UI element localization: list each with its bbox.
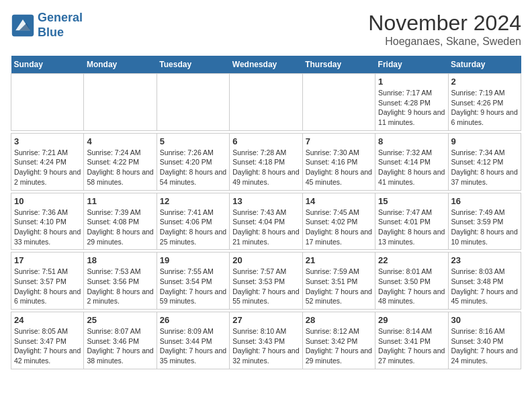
day-cell: 19Sunrise: 7:55 AM Sunset: 3:54 PM Dayli… xyxy=(157,253,229,310)
day-info: Sunrise: 7:24 AM Sunset: 4:22 PM Dayligh… xyxy=(87,148,153,187)
day-cell xyxy=(11,74,84,131)
day-number: 12 xyxy=(160,196,226,206)
page-title: November 2024 xyxy=(368,11,521,36)
day-info: Sunrise: 8:12 AM Sunset: 3:42 PM Dayligh… xyxy=(306,326,372,366)
day-info: Sunrise: 7:47 AM Sunset: 4:01 PM Dayligh… xyxy=(378,208,445,247)
week-row-1: 1Sunrise: 7:17 AM Sunset: 4:28 PM Daylig… xyxy=(11,74,521,131)
day-number: 3 xyxy=(14,136,81,146)
logo: General Blue xyxy=(11,11,83,40)
day-number: 23 xyxy=(451,255,518,265)
page-header: General Blue November 2024 Hoeganaes, Sk… xyxy=(11,11,521,48)
day-info: Sunrise: 7:36 AM Sunset: 4:10 PM Dayligh… xyxy=(14,208,81,247)
day-cell: 15Sunrise: 7:47 AM Sunset: 4:01 PM Dayli… xyxy=(375,193,448,250)
day-number: 19 xyxy=(160,255,226,265)
day-cell xyxy=(157,74,229,131)
day-cell: 29Sunrise: 8:14 AM Sunset: 3:41 PM Dayli… xyxy=(375,312,448,369)
day-cell: 27Sunrise: 8:10 AM Sunset: 3:43 PM Dayli… xyxy=(230,312,302,369)
day-info: Sunrise: 7:39 AM Sunset: 4:08 PM Dayligh… xyxy=(87,208,153,247)
day-number: 11 xyxy=(87,196,153,206)
day-number: 7 xyxy=(306,136,372,146)
week-row-2: 3Sunrise: 7:21 AM Sunset: 4:24 PM Daylig… xyxy=(11,133,521,190)
day-number: 16 xyxy=(451,196,518,206)
day-number: 27 xyxy=(232,315,299,325)
day-number: 26 xyxy=(160,315,226,325)
day-info: Sunrise: 8:03 AM Sunset: 3:48 PM Dayligh… xyxy=(451,267,518,306)
day-number: 30 xyxy=(451,315,518,325)
day-cell xyxy=(230,74,302,131)
day-number: 15 xyxy=(378,196,445,206)
day-number: 28 xyxy=(306,315,372,325)
day-cell: 8Sunrise: 7:32 AM Sunset: 4:14 PM Daylig… xyxy=(375,133,448,190)
day-header-thursday: Thursday xyxy=(302,56,375,74)
day-number: 2 xyxy=(451,77,518,87)
day-cell: 13Sunrise: 7:43 AM Sunset: 4:04 PM Dayli… xyxy=(230,193,302,250)
day-number: 4 xyxy=(87,136,153,146)
day-cell: 16Sunrise: 7:49 AM Sunset: 3:59 PM Dayli… xyxy=(448,193,521,250)
day-cell: 18Sunrise: 7:53 AM Sunset: 3:56 PM Dayli… xyxy=(84,253,157,310)
day-number: 18 xyxy=(87,255,153,265)
day-cell: 24Sunrise: 8:05 AM Sunset: 3:47 PM Dayli… xyxy=(11,312,84,369)
day-info: Sunrise: 7:34 AM Sunset: 4:12 PM Dayligh… xyxy=(451,148,518,187)
day-info: Sunrise: 8:01 AM Sunset: 3:50 PM Dayligh… xyxy=(378,267,445,306)
day-info: Sunrise: 7:28 AM Sunset: 4:18 PM Dayligh… xyxy=(232,148,299,187)
day-info: Sunrise: 7:57 AM Sunset: 3:53 PM Dayligh… xyxy=(232,267,299,306)
day-cell: 9Sunrise: 7:34 AM Sunset: 4:12 PM Daylig… xyxy=(448,133,521,190)
day-number: 22 xyxy=(378,255,445,265)
day-info: Sunrise: 7:26 AM Sunset: 4:20 PM Dayligh… xyxy=(160,148,226,187)
day-header-saturday: Saturday xyxy=(448,56,521,74)
day-info: Sunrise: 7:30 AM Sunset: 4:16 PM Dayligh… xyxy=(306,148,372,187)
day-number: 8 xyxy=(378,136,445,146)
day-cell: 21Sunrise: 7:59 AM Sunset: 3:51 PM Dayli… xyxy=(302,253,375,310)
day-header-wednesday: Wednesday xyxy=(230,56,302,74)
logo-text: General Blue xyxy=(38,11,83,40)
day-info: Sunrise: 8:16 AM Sunset: 3:40 PM Dayligh… xyxy=(451,326,518,366)
day-info: Sunrise: 7:45 AM Sunset: 4:02 PM Dayligh… xyxy=(306,208,372,247)
day-number: 14 xyxy=(306,196,372,206)
day-number: 29 xyxy=(378,315,445,325)
day-cell: 6Sunrise: 7:28 AM Sunset: 4:18 PM Daylig… xyxy=(230,133,302,190)
day-cell: 2Sunrise: 7:19 AM Sunset: 4:26 PM Daylig… xyxy=(448,74,521,131)
day-cell: 5Sunrise: 7:26 AM Sunset: 4:20 PM Daylig… xyxy=(157,133,229,190)
day-cell: 17Sunrise: 7:51 AM Sunset: 3:57 PM Dayli… xyxy=(11,253,84,310)
day-number: 9 xyxy=(451,136,518,146)
day-info: Sunrise: 7:51 AM Sunset: 3:57 PM Dayligh… xyxy=(14,267,81,306)
day-info: Sunrise: 7:41 AM Sunset: 4:06 PM Dayligh… xyxy=(160,208,226,247)
day-number: 10 xyxy=(14,196,81,206)
day-cell: 28Sunrise: 8:12 AM Sunset: 3:42 PM Dayli… xyxy=(302,312,375,369)
day-info: Sunrise: 7:53 AM Sunset: 3:56 PM Dayligh… xyxy=(87,267,153,306)
page-subtitle: Hoeganaes, Skane, Sweden xyxy=(368,36,521,48)
logo-icon xyxy=(11,13,35,38)
day-cell: 4Sunrise: 7:24 AM Sunset: 4:22 PM Daylig… xyxy=(84,133,157,190)
day-number: 25 xyxy=(87,315,153,325)
day-cell xyxy=(302,74,375,131)
day-cell xyxy=(84,74,157,131)
day-info: Sunrise: 7:59 AM Sunset: 3:51 PM Dayligh… xyxy=(306,267,372,306)
day-cell: 1Sunrise: 7:17 AM Sunset: 4:28 PM Daylig… xyxy=(375,74,448,131)
day-header-monday: Monday xyxy=(84,56,157,74)
day-cell: 12Sunrise: 7:41 AM Sunset: 4:06 PM Dayli… xyxy=(157,193,229,250)
day-cell: 11Sunrise: 7:39 AM Sunset: 4:08 PM Dayli… xyxy=(84,193,157,250)
day-cell: 7Sunrise: 7:30 AM Sunset: 4:16 PM Daylig… xyxy=(302,133,375,190)
calendar-table: SundayMondayTuesdayWednesdayThursdayFrid… xyxy=(11,56,521,369)
day-cell: 23Sunrise: 8:03 AM Sunset: 3:48 PM Dayli… xyxy=(448,253,521,310)
day-info: Sunrise: 7:55 AM Sunset: 3:54 PM Dayligh… xyxy=(160,267,226,306)
week-row-5: 24Sunrise: 8:05 AM Sunset: 3:47 PM Dayli… xyxy=(11,312,521,369)
day-info: Sunrise: 8:14 AM Sunset: 3:41 PM Dayligh… xyxy=(378,326,445,366)
logo-line2: Blue xyxy=(38,26,64,39)
day-number: 21 xyxy=(306,255,372,265)
day-number: 13 xyxy=(232,196,299,206)
day-cell: 26Sunrise: 8:09 AM Sunset: 3:44 PM Dayli… xyxy=(157,312,229,369)
day-header-tuesday: Tuesday xyxy=(157,56,229,74)
day-info: Sunrise: 8:07 AM Sunset: 3:46 PM Dayligh… xyxy=(87,326,153,366)
day-number: 6 xyxy=(232,136,299,146)
day-info: Sunrise: 7:19 AM Sunset: 4:26 PM Dayligh… xyxy=(451,88,518,128)
day-cell: 20Sunrise: 7:57 AM Sunset: 3:53 PM Dayli… xyxy=(230,253,302,310)
day-number: 5 xyxy=(160,136,226,146)
day-number: 17 xyxy=(14,255,81,265)
title-block: November 2024 Hoeganaes, Skane, Sweden xyxy=(368,11,521,48)
day-cell: 25Sunrise: 8:07 AM Sunset: 3:46 PM Dayli… xyxy=(84,312,157,369)
day-header-sunday: Sunday xyxy=(11,56,84,74)
day-cell: 10Sunrise: 7:36 AM Sunset: 4:10 PM Dayli… xyxy=(11,193,84,250)
day-cell: 22Sunrise: 8:01 AM Sunset: 3:50 PM Dayli… xyxy=(375,253,448,310)
day-number: 24 xyxy=(14,315,81,325)
